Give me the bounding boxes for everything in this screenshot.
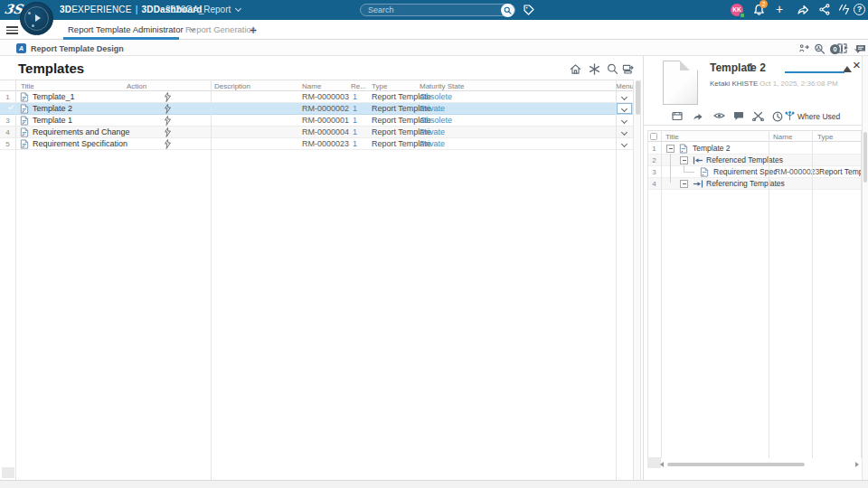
close-panel-button[interactable]: × [853, 58, 861, 71]
tree-row[interactable]: 4 Referencing Templates [647, 178, 862, 190]
info-count-icon[interactable]: 0 [830, 44, 840, 54]
expander-collapse-icon[interactable] [680, 180, 688, 188]
tree-cell-title[interactable]: Requirement Specific... [713, 166, 777, 178]
scrollbar-thumb[interactable] [863, 132, 867, 183]
cell-revision[interactable]: 1 [353, 115, 357, 127]
share-forward-button[interactable] [797, 4, 809, 15]
tag-icon[interactable] [524, 5, 534, 15]
dashboard-switcher[interactable]: 2026GA_Report [165, 5, 241, 14]
split-scissors-tab-icon[interactable] [752, 111, 764, 121]
tree-column-name[interactable]: Name [773, 131, 792, 143]
table-header-row: Title Action Description Name Re... Type… [0, 80, 633, 91]
table-row[interactable]: 3 Template 1 RM-0000001 1 Report Templat… [0, 115, 633, 127]
active-tab-underline [63, 37, 179, 40]
hamburger-menu-icon[interactable] [6, 26, 18, 34]
row-menu-button-focused[interactable] [617, 103, 632, 114]
brand-3d: 3D [60, 5, 71, 14]
notifications-button[interactable]: 2 [753, 4, 765, 16]
cell-revision[interactable]: 1 [353, 91, 357, 103]
where-used-icon [785, 111, 795, 121]
cell-revision[interactable]: 1 [353, 127, 357, 138]
row-number: 4 [647, 178, 661, 190]
preview-eye-tab-icon[interactable] [713, 111, 725, 120]
row-menu-button[interactable] [616, 138, 633, 150]
cell-title[interactable]: Template 2 [33, 103, 72, 115]
cell-revision[interactable]: 1 [353, 103, 357, 115]
row-number: 3 [0, 115, 15, 127]
detail-panel: Template 2 1 Ketaki KHISTE Oct 1, 2025, … [644, 56, 862, 480]
cell-title[interactable]: Template 1 [33, 115, 72, 127]
tree-column-type[interactable]: Type [817, 131, 833, 143]
tree-row[interactable]: 1 Template 2 [647, 143, 862, 155]
history-clock-tab-icon[interactable] [772, 111, 783, 122]
scroll-left-arrow-icon[interactable] [660, 462, 664, 467]
tree-select-all-checkbox[interactable] [650, 133, 657, 140]
cell-title[interactable]: Requirement Specification [33, 138, 127, 150]
home-icon[interactable] [570, 63, 581, 75]
global-search[interactable] [360, 4, 515, 16]
scroll-right-arrow-icon[interactable] [855, 462, 859, 467]
widget-title: Report Template Design [31, 44, 124, 53]
expander-collapse-icon[interactable] [666, 145, 675, 153]
table-row[interactable]: 4 Requirements and Change RM-0000004 1 R… [0, 127, 633, 138]
table-row-selected[interactable]: Template 2 RM-0000002 1 Report Template … [0, 103, 633, 115]
share-tab-icon[interactable] [693, 111, 703, 121]
cell-maturity[interactable]: Private [420, 127, 445, 138]
tree-cell-title[interactable]: Referencing Templates [706, 178, 785, 190]
tree-row[interactable]: 2 Referenced Templates [647, 155, 862, 166]
expander-collapse-icon[interactable] [680, 156, 688, 164]
play-media-icon[interactable] [841, 43, 843, 54]
export-print-icon[interactable] [622, 63, 634, 75]
3dcompass-icon[interactable] [20, 2, 53, 35]
run-action-icon[interactable] [164, 139, 172, 151]
grid-line [211, 80, 212, 488]
row-menu-button[interactable] [616, 91, 633, 103]
cell-name: RM-0000003 [302, 91, 349, 103]
cell-maturity[interactable]: Private [420, 103, 445, 115]
add-content-button[interactable]: + [776, 3, 783, 15]
cell-name: RM-0000001 [302, 115, 349, 127]
row-number: 1 [0, 91, 15, 103]
row-menu-button[interactable] [616, 127, 633, 138]
help-button[interactable]: ? [854, 4, 865, 15]
tree-cell-title[interactable]: Referenced Templates [706, 155, 783, 166]
panel-vertical-scrollbar[interactable] [862, 56, 868, 480]
comments-panel-icon[interactable] [855, 44, 866, 54]
row-checkbox[interactable] [0, 103, 15, 115]
3dplay-apps-icon[interactable] [838, 4, 850, 15]
tree-row[interactable]: 3 Requirement Specific... RM-0000023 Rep… [647, 166, 862, 178]
user-avatar[interactable]: KK [731, 4, 743, 16]
lookup-search-icon[interactable] [814, 43, 826, 55]
cell-maturity[interactable]: Obsolete [420, 91, 452, 103]
table-row[interactable]: 5 Requirement Specification RM-0000023 1… [0, 138, 633, 150]
tab-report-generation[interactable]: Report Generation [185, 20, 256, 40]
widget-share-icon[interactable] [799, 43, 809, 53]
scrollbar-thumb[interactable] [636, 80, 640, 115]
tree-column-title[interactable]: Title [665, 131, 679, 143]
search-button[interactable] [501, 4, 514, 17]
cell-title[interactable]: Requirements and Change [33, 127, 130, 138]
properties-tab-icon[interactable] [672, 111, 683, 121]
table-vertical-scrollbar[interactable] [633, 80, 641, 488]
referencing-arrow-icon [693, 180, 703, 192]
cell-maturity[interactable]: Private [420, 138, 445, 150]
table-search-icon[interactable] [607, 63, 618, 75]
share-nodes-button[interactable] [819, 4, 830, 15]
row-number: 5 [0, 138, 15, 150]
table-row[interactable]: 1 Template_1 RM-0000003 1 Report Templat… [0, 91, 633, 103]
row-menu-button[interactable] [616, 115, 633, 127]
search-input[interactable] [368, 5, 495, 15]
comments-tab-icon[interactable] [733, 111, 744, 121]
cell-revision[interactable]: 1 [353, 138, 357, 150]
cell-name: RM-0000002 [302, 103, 349, 115]
cell-title[interactable]: Template_1 [33, 91, 75, 103]
tree-horizontal-scrollbar[interactable] [660, 461, 859, 468]
cell-maturity[interactable]: Obsolete [420, 115, 452, 127]
add-tab-button[interactable]: + [250, 23, 257, 37]
grid-line [647, 130, 648, 458]
tree-cell-title[interactable]: Template 2 [693, 143, 731, 155]
tree-header-row: Title Name Type [647, 130, 862, 142]
grid-line [769, 130, 769, 458]
new-content-asterisk-icon[interactable] [589, 63, 600, 75]
scrollbar-thumb[interactable] [667, 463, 805, 466]
